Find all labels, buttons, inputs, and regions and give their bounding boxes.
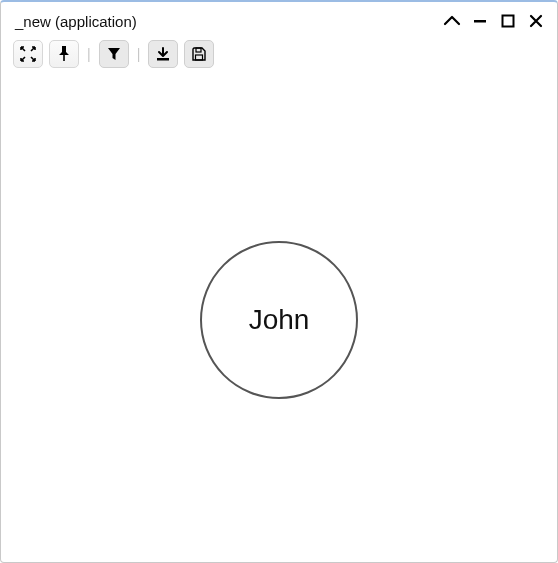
titlebar: _new (application) [1,2,557,36]
close-button[interactable] [527,12,545,30]
maximize-icon [501,14,515,28]
graph-node[interactable]: John [200,241,358,399]
save-button[interactable] [184,40,214,68]
application-window: _new (application) [0,0,558,563]
pin-icon [57,46,71,62]
fullscreen-button[interactable] [13,40,43,68]
svg-rect-3 [157,58,169,61]
svg-rect-4 [196,48,201,52]
fullscreen-icon [20,46,36,62]
toolbar: | | [1,36,557,78]
toolbar-separator: | [135,46,143,62]
svg-rect-2 [63,55,65,61]
svg-rect-0 [474,20,486,23]
minimize-icon [473,14,487,28]
graph-canvas[interactable]: John [1,78,557,562]
minimize-button[interactable] [471,12,489,30]
collapse-button[interactable] [443,12,461,30]
filter-icon [107,47,121,61]
filter-button[interactable] [99,40,129,68]
download-icon [156,47,170,61]
toolbar-separator: | [85,46,93,62]
svg-rect-1 [503,16,514,27]
close-icon [529,14,543,28]
pin-button[interactable] [49,40,79,68]
svg-rect-5 [196,55,203,60]
maximize-button[interactable] [499,12,517,30]
chevron-up-icon [443,14,461,28]
save-icon [192,47,206,61]
window-title: _new (application) [15,13,137,30]
window-controls [443,12,545,30]
graph-node-label: John [249,304,310,336]
download-button[interactable] [148,40,178,68]
